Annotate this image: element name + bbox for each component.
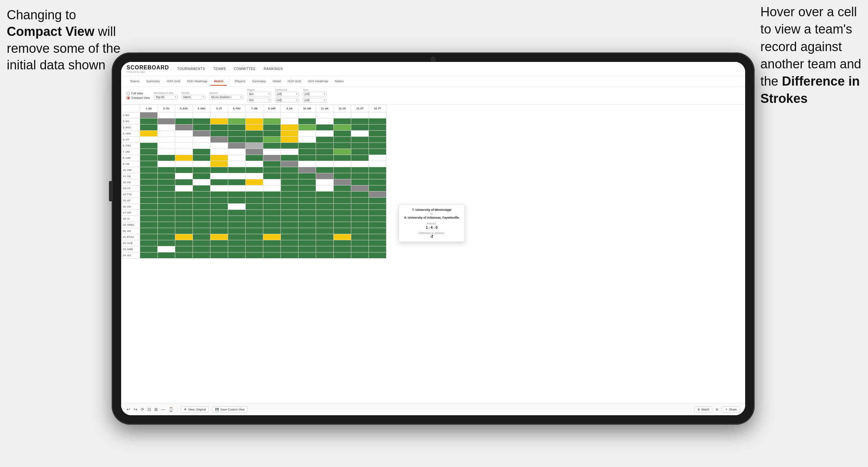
cell-2-3[interactable] [193, 125, 210, 131]
cell-12-6[interactable] [246, 185, 263, 192]
cell-7-6[interactable] [246, 155, 263, 161]
cell-18-12[interactable] [351, 222, 369, 228]
cell-12-13[interactable] [369, 185, 386, 192]
cell-1-8[interactable] [281, 118, 298, 125]
cell-21-11[interactable] [334, 240, 351, 246]
cell-21-12[interactable] [351, 240, 369, 246]
cell-12-9[interactable] [298, 185, 316, 192]
cell-4-6[interactable] [246, 137, 263, 143]
cell-18-13[interactable] [369, 222, 386, 228]
team-select-wrapper[interactable]: (All) [303, 92, 327, 96]
cell-11-9[interactable] [298, 179, 316, 185]
cell-13-0[interactable] [140, 192, 158, 198]
toolbar-icon4[interactable]: — [161, 407, 165, 412]
cell-4-2[interactable] [175, 137, 193, 143]
cell-8-13[interactable] [369, 161, 386, 167]
cell-23-0[interactable] [140, 252, 158, 259]
cell-3-0[interactable] [140, 131, 158, 137]
cell-19-4[interactable] [210, 228, 228, 234]
cell-20-8[interactable] [281, 234, 298, 240]
cell-18-10[interactable] [316, 222, 334, 228]
cell-0-7[interactable] [263, 112, 281, 118]
cell-18-8[interactable] [281, 222, 298, 228]
sub-tab-detail[interactable]: Detail [269, 77, 284, 86]
cell-5-9[interactable] [298, 143, 316, 149]
cell-3-8[interactable] [281, 131, 298, 137]
cell-1-0[interactable] [140, 118, 158, 125]
cell-15-6[interactable] [246, 204, 263, 210]
cell-14-4[interactable] [210, 198, 228, 204]
cell-15-12[interactable] [351, 204, 369, 210]
cell-15-3[interactable] [193, 204, 210, 210]
cell-10-6[interactable] [246, 173, 263, 179]
toolbar-grid-icon[interactable]: ⊞ [716, 408, 718, 411]
cell-8-12[interactable] [351, 161, 369, 167]
cell-8-3[interactable] [193, 161, 210, 167]
cell-8-11[interactable] [334, 161, 351, 167]
cell-11-5[interactable] [228, 179, 246, 185]
cell-0-2[interactable] [175, 112, 193, 118]
cell-3-13[interactable] [369, 131, 386, 137]
cell-21-3[interactable] [193, 240, 210, 246]
toolbar-icon1[interactable]: ⟳ [141, 407, 144, 412]
cell-4-11[interactable] [334, 137, 351, 143]
cell-17-12[interactable] [351, 216, 369, 222]
cell-19-13[interactable] [369, 228, 386, 234]
cell-18-11[interactable] [334, 222, 351, 228]
cell-18-3[interactable] [193, 222, 210, 228]
cell-16-8[interactable] [281, 210, 298, 216]
cell-22-0[interactable] [140, 246, 158, 252]
cell-11-4[interactable] [210, 179, 228, 185]
cell-9-3[interactable] [193, 167, 210, 173]
cell-19-9[interactable] [298, 228, 316, 234]
cell-12-7[interactable] [263, 185, 281, 192]
cell-1-7[interactable] [263, 118, 281, 125]
conference-select2-wrapper[interactable]: (All) [275, 98, 299, 103]
cell-16-6[interactable] [246, 210, 263, 216]
cell-7-13[interactable] [369, 155, 386, 161]
cell-16-1[interactable] [158, 210, 175, 216]
cell-17-5[interactable] [228, 216, 246, 222]
cell-15-4[interactable] [210, 204, 228, 210]
cell-3-10[interactable] [316, 131, 334, 137]
cell-11-3[interactable] [193, 179, 210, 185]
cell-18-0[interactable] [140, 222, 158, 228]
cell-5-7[interactable] [263, 143, 281, 149]
cell-1-4[interactable] [210, 118, 228, 125]
cell-9-13[interactable] [369, 167, 386, 173]
cell-1-3[interactable] [193, 118, 210, 125]
cell-0-12[interactable] [351, 112, 369, 118]
cell-5-8[interactable] [281, 143, 298, 149]
cell-5-3[interactable] [193, 143, 210, 149]
cell-21-0[interactable] [140, 240, 158, 246]
cell-1-2[interactable] [175, 118, 193, 125]
cell-6-7[interactable] [263, 149, 281, 155]
cell-16-5[interactable] [228, 210, 246, 216]
cell-10-0[interactable] [140, 173, 158, 179]
cell-7-3[interactable] [193, 155, 210, 161]
cell-5-2[interactable] [175, 143, 193, 149]
cell-13-12[interactable] [351, 192, 369, 198]
cell-20-1[interactable] [158, 234, 175, 240]
region-select2[interactable]: N/A [247, 98, 271, 103]
toolbar-icon5[interactable]: ⌚ [169, 407, 174, 412]
cell-0-6[interactable] [246, 112, 263, 118]
cell-4-12[interactable] [351, 137, 369, 143]
cell-7-0[interactable] [140, 155, 158, 161]
cell-6-10[interactable] [316, 149, 334, 155]
cell-12-3[interactable] [193, 185, 210, 192]
cell-19-1[interactable] [158, 228, 175, 234]
cell-14-1[interactable] [158, 198, 175, 204]
cell-13-11[interactable] [334, 192, 351, 198]
cell-14-7[interactable] [263, 198, 281, 204]
cell-20-7[interactable] [263, 234, 281, 240]
division-select-wrapper[interactable]: NCAA Division I [209, 95, 243, 99]
cell-19-7[interactable] [263, 228, 281, 234]
cell-16-13[interactable] [369, 210, 386, 216]
cell-10-12[interactable] [351, 173, 369, 179]
cell-16-0[interactable] [140, 210, 158, 216]
cell-14-6[interactable] [246, 198, 263, 204]
cell-2-5[interactable] [228, 125, 246, 131]
cell-17-10[interactable] [316, 216, 334, 222]
cell-17-6[interactable] [246, 216, 263, 222]
